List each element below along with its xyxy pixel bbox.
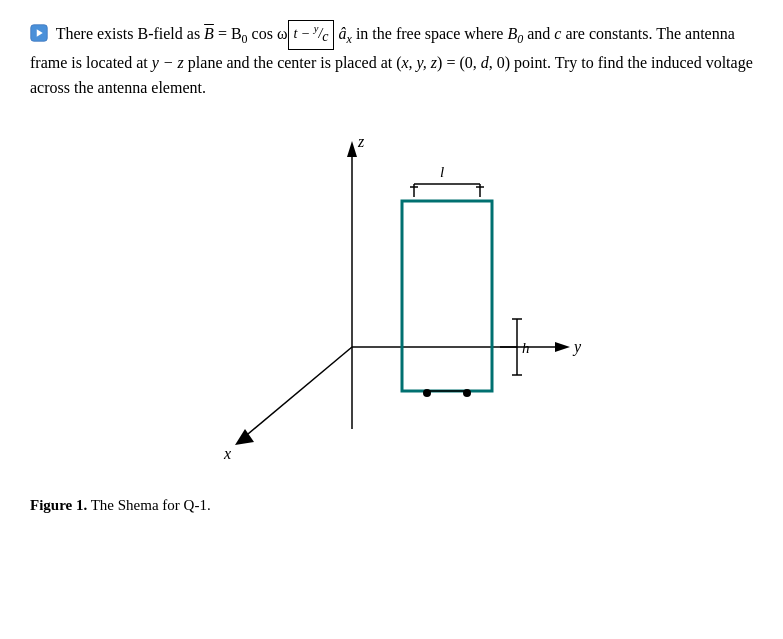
l-label: l <box>440 164 444 180</box>
figure-caption: Figure 1. The Shema for Q-1. <box>30 497 753 514</box>
svg-line-6 <box>242 347 352 439</box>
b-field-eq: B = B0 cos ωt − y/c âx <box>204 25 352 42</box>
h-label: h <box>522 340 530 356</box>
svg-point-18 <box>423 389 431 397</box>
figure-diagram: z y x l h <box>30 119 753 479</box>
svg-point-19 <box>463 389 471 397</box>
z-axis-label: z <box>357 133 365 150</box>
svg-marker-5 <box>555 342 570 352</box>
video-icon <box>30 24 48 42</box>
y-axis-label: y <box>572 338 582 356</box>
coordinate-diagram: z y x l h <box>162 119 622 469</box>
x-axis-label: x <box>223 445 231 462</box>
svg-marker-3 <box>347 141 357 157</box>
figure-caption-bold: Figure 1. <box>30 497 87 513</box>
svg-rect-8 <box>402 201 492 391</box>
figure-caption-text: The Shema for Q-1. <box>87 497 210 513</box>
problem-text: There exists B-field as B = B0 cos ωt − … <box>30 20 753 101</box>
